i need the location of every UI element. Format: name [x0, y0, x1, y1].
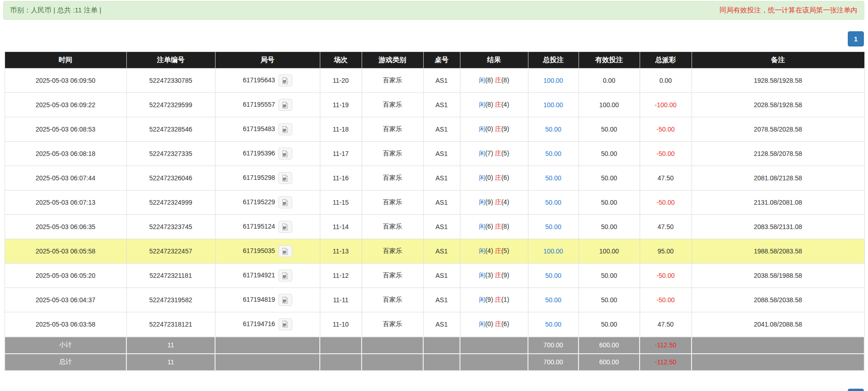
cell-round: 617195124 [215, 215, 320, 239]
total-bet-link[interactable]: 50.00 [528, 117, 579, 142]
cell-bet-id: 522472328546 [126, 117, 215, 142]
roadmap-icon [281, 199, 289, 207]
cell-bet-id: 522472326046 [126, 166, 215, 190]
bet-records-table: 时间注单编号局号场次游戏类别桌号结果总投注有效投注总派彩备注 2025-05-0… [4, 52, 865, 371]
cell-bet-id: 522472329599 [126, 93, 215, 117]
result-banker-label: 庄 [495, 150, 501, 157]
roadmap-icon-button[interactable] [278, 172, 292, 184]
footer-label: 小计 [5, 337, 126, 354]
cell-game-type: 百家乐 [362, 264, 423, 288]
footer-total-bet: 700.00 [528, 337, 579, 354]
cell-round: 617195643 [215, 69, 320, 93]
cell-remark: 2128.58/2078.58 [692, 142, 864, 166]
cell-bet-id: 522472318121 [126, 312, 215, 337]
cell-game-type: 百家乐 [362, 239, 423, 264]
roadmap-icon-button[interactable] [278, 123, 292, 135]
total-bet-link[interactable]: 100.00 [528, 239, 579, 264]
roadmap-icon [281, 272, 289, 280]
footer-empty [460, 354, 528, 371]
roadmap-icon [281, 77, 289, 85]
table-row: 2025-05-03 06:07:13522472324999617195229… [5, 190, 864, 215]
round-number: 617195557 [243, 101, 275, 108]
cell-bet-id: 522472319582 [126, 288, 215, 312]
cell-result: 闲(9) 庄(1) [460, 288, 528, 312]
total-bet-link[interactable]: 50.00 [528, 142, 579, 166]
footer-empty [692, 354, 864, 371]
roadmap-icon [281, 223, 289, 231]
round-number: 617195483 [243, 125, 275, 132]
roadmap-icon [281, 101, 289, 109]
col-header-8: 有效投注 [579, 52, 640, 69]
round-number: 617195298 [243, 174, 275, 181]
table-row: 2025-05-03 06:07:44522472326046617195298… [5, 166, 864, 190]
cell-time: 2025-05-03 06:05:58 [5, 239, 126, 264]
cell-session: 11-16 [320, 166, 362, 190]
cell-bet-id: 522472323745 [126, 215, 215, 239]
total-bet-link[interactable]: 50.00 [528, 288, 579, 312]
cell-round: 617195298 [215, 166, 320, 190]
total-bet-link[interactable]: 50.00 [528, 264, 579, 288]
roadmap-icon-button[interactable] [278, 270, 292, 282]
roadmap-icon-button[interactable] [278, 221, 292, 233]
pagination-page-1-top[interactable]: 1 [848, 31, 864, 46]
cell-remark: 1928.58/1928.58 [692, 69, 864, 93]
cell-time: 2025-05-03 06:08:53 [5, 117, 126, 142]
cell-time: 2025-05-03 06:08:18 [5, 142, 126, 166]
cell-table-no: AS1 [423, 312, 460, 337]
total-bet-link[interactable]: 50.00 [528, 166, 579, 190]
cell-table-no: AS1 [423, 93, 460, 117]
cell-time: 2025-05-03 06:05:20 [5, 264, 126, 288]
col-header-7: 总投注 [528, 52, 579, 69]
round-number: 617195124 [243, 223, 275, 230]
roadmap-icon-button[interactable] [278, 294, 292, 306]
cell-payout: 47.50 [640, 312, 692, 337]
grand-total-row: 总计11700.00600.00-112.50 [5, 354, 864, 371]
col-header-9: 总派彩 [640, 52, 692, 69]
result-banker-label: 庄 [495, 198, 501, 206]
cell-game-type: 百家乐 [362, 93, 423, 117]
cell-bet-id: 522472324999 [126, 190, 215, 215]
cell-result: 闲(9) 庄(4) [460, 190, 528, 215]
cell-payout: -50.00 [640, 264, 692, 288]
total-bet-link[interactable]: 50.00 [528, 312, 579, 337]
roadmap-icon [281, 320, 289, 328]
result-player-label: 闲 [479, 271, 485, 279]
cell-bet-id: 522472330785 [126, 69, 215, 93]
footer-payout: -112.50 [640, 337, 692, 354]
round-number: 617194819 [243, 296, 275, 303]
cell-result: 闲(0) 庄(6) [460, 166, 528, 190]
footer-empty [320, 354, 362, 371]
total-bet-link[interactable]: 50.00 [528, 190, 579, 215]
cell-session: 11-17 [320, 142, 362, 166]
cell-round: 617195483 [215, 117, 320, 142]
roadmap-icon-button[interactable] [278, 99, 292, 111]
roadmap-icon-button[interactable] [278, 196, 292, 208]
footer-empty [320, 337, 362, 354]
total-bet-link[interactable]: 100.00 [528, 93, 579, 117]
roadmap-icon-button[interactable] [278, 75, 292, 86]
cell-table-no: AS1 [423, 142, 460, 166]
roadmap-icon-button[interactable] [278, 148, 292, 160]
cell-session: 11-13 [320, 239, 362, 264]
cell-result: 闲(7) 庄(5) [460, 142, 528, 166]
result-banker-label: 庄 [495, 76, 501, 84]
cell-payout: -50.00 [640, 142, 692, 166]
table-row: 2025-05-03 06:06:35522472323745617195124… [5, 215, 864, 239]
result-banker-label: 庄 [495, 174, 501, 181]
total-bet-link[interactable]: 50.00 [528, 215, 579, 239]
cell-valid-bet: 100.00 [579, 93, 640, 117]
roadmap-icon-button[interactable] [278, 245, 292, 257]
result-player-label: 闲 [479, 198, 485, 206]
cell-table-no: AS1 [423, 117, 460, 142]
cell-session: 11-11 [320, 288, 362, 312]
footer-empty [362, 337, 423, 354]
table-header-row: 时间注单编号局号场次游戏类别桌号结果总投注有效投注总派彩备注 [5, 52, 864, 69]
roadmap-icon [281, 150, 289, 158]
result-banker-label: 庄 [495, 101, 501, 108]
footer-valid-bet: 600.00 [579, 337, 640, 354]
footer-count: 11 [126, 354, 215, 371]
pagination-page-1-bottom[interactable]: 1 [848, 389, 864, 391]
total-bet-link[interactable]: 100.00 [528, 69, 579, 93]
cell-session: 11-12 [320, 264, 362, 288]
roadmap-icon-button[interactable] [278, 318, 292, 330]
